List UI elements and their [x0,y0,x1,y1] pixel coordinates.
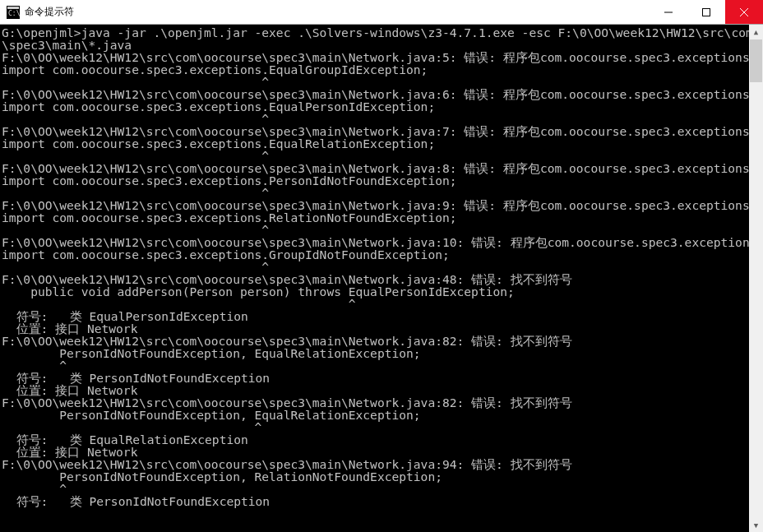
window-title: 命令提示符 [25,5,74,19]
terminal-line: F:\0\OO\week12\HW12\src\com\oocourse\spe… [2,199,761,211]
terminal-line: import com.oocourse.spec3.exceptions.Per… [2,174,761,187]
close-button[interactable] [725,0,763,24]
terminal-line: 位置: 接口 Network [2,322,761,335]
terminal-line: 符号: 类 EqualPersonIdException [2,310,761,322]
maximize-button[interactable] [687,0,725,24]
terminal-line: F:\0\OO\week12\HW12\src\com\oocourse\spe… [2,88,761,100]
terminal-line: ^ [2,150,761,162]
terminal-line: 符号: 类 PersonIdNotFoundException [2,372,761,384]
terminal-line: ^ [2,421,761,433]
terminal-line: G:\openjml>java -jar .\openjml.jar -exec… [2,26,761,39]
minimize-button[interactable] [650,0,687,24]
scroll-up-arrow[interactable]: ▲ [749,25,763,39]
scroll-thumb[interactable] [750,39,762,82]
svg-text:C:\: C:\ [8,10,20,17]
terminal-line: F:\0\OO\week12\HW12\src\com\oocourse\spe… [2,396,761,409]
terminal-line: F:\0\OO\week12\HW12\src\com\oocourse\spe… [2,335,761,347]
terminal-line: ^ [2,359,761,372]
terminal-line: import com.oocourse.spec3.exceptions.Equ… [2,63,761,76]
terminal-line: PersonIdNotFoundException, RelationNotFo… [2,470,761,483]
svg-rect-5 [703,8,710,16]
terminal-line: 符号: 类 EqualRelationException [2,433,761,446]
terminal-line: import com.oocourse.spec3.exceptions.Rel… [2,211,761,224]
terminal-line: ^ [2,224,761,236]
terminal-line: 位置: 接口 Network [2,384,761,396]
terminal-line: PersonIdNotFoundException, EqualRelation… [2,409,761,421]
terminal-line: PersonIdNotFoundException, EqualRelation… [2,347,761,359]
scroll-down-arrow[interactable]: ▼ [749,518,763,532]
cmd-icon: C:\ [7,6,20,19]
terminal-line: import com.oocourse.spec3.exceptions.Equ… [2,137,761,150]
terminal-line: ^ [2,298,761,310]
svg-rect-1 [7,7,19,9]
terminal-line: 符号: 类 PersonIdNotFoundException [2,495,761,507]
terminal-line: import com.oocourse.spec3.exceptions.Gro… [2,248,761,261]
terminal-line: \spec3\main\*.java [2,39,761,51]
titlebar[interactable]: C:\ 命令提示符 [0,0,763,25]
terminal-line: ^ [2,187,761,199]
window-controls [650,0,763,24]
terminal-line: F:\0\OO\week12\HW12\src\com\oocourse\spe… [2,273,761,285]
terminal-line: ^ [2,113,761,125]
terminal-line: F:\0\OO\week12\HW12\src\com\oocourse\spe… [2,51,761,63]
terminal-line: F:\0\OO\week12\HW12\src\com\oocourse\spe… [2,458,761,470]
window-frame: C:\ 命令提示符 G:\openjml>java -jar .\openjml… [0,0,763,532]
terminal-line: import com.oocourse.spec3.exceptions.Equ… [2,100,761,113]
terminal-line: ^ [2,483,761,495]
terminal-line: F:\0\OO\week12\HW12\src\com\oocourse\spe… [2,125,761,137]
vertical-scrollbar[interactable]: ▲ ▼ [749,25,763,532]
terminal-line: F:\0\OO\week12\HW12\src\com\oocourse\spe… [2,162,761,174]
terminal-line: F:\0\OO\week12\HW12\src\com\oocourse\spe… [2,236,761,248]
terminal-area[interactable]: G:\openjml>java -jar .\openjml.jar -exec… [0,25,763,532]
terminal-line: ^ [2,261,761,273]
terminal-line: ^ [2,76,761,88]
terminal-line: public void addPerson(Person person) thr… [2,285,761,298]
terminal-line: 位置: 接口 Network [2,446,761,458]
